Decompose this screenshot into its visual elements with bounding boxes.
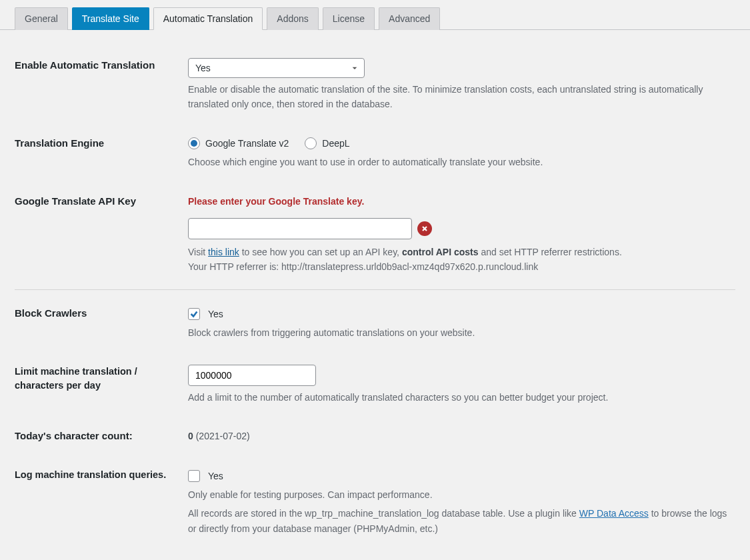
referrer-value: http://translatepress.urld0b9acl-xmz4qd9… bbox=[281, 261, 538, 272]
radio-deepl-input[interactable] bbox=[305, 137, 317, 149]
radio-google[interactable]: Google Translate v2 bbox=[188, 136, 289, 151]
today-date: (2021-07-02) bbox=[193, 431, 250, 441]
block-label: Block Crawlers bbox=[15, 306, 188, 321]
tabs-nav: General Translate Site Automatic Transla… bbox=[0, 0, 750, 30]
today-label: Today's character count: bbox=[15, 429, 188, 444]
radio-deepl-label: DeepL bbox=[322, 136, 349, 151]
wp-data-access-link[interactable]: WP Data Access bbox=[579, 508, 649, 519]
today-count: 0 bbox=[188, 431, 193, 441]
log-queries-checkbox[interactable] bbox=[188, 470, 200, 482]
tab-advanced[interactable]: Advanced bbox=[379, 7, 440, 30]
radio-deepl[interactable]: DeepL bbox=[305, 136, 349, 151]
tab-addons[interactable]: Addons bbox=[267, 7, 318, 30]
tab-license[interactable]: License bbox=[323, 7, 375, 30]
apikey-error: Please enter your Google Translate key. bbox=[188, 194, 735, 209]
enable-select[interactable]: Yes bbox=[188, 58, 365, 78]
apikey-input[interactable] bbox=[188, 218, 412, 239]
radio-google-label: Google Translate v2 bbox=[205, 136, 289, 151]
log-help2: All records are stored in the wp_trp_mac… bbox=[188, 506, 735, 536]
block-help: Block crawlers from triggering automatic… bbox=[188, 325, 735, 340]
radio-google-input[interactable] bbox=[188, 137, 200, 149]
apikey-label: Google Translate API Key bbox=[15, 194, 188, 209]
engine-help: Choose which engine you want to use in o… bbox=[188, 155, 735, 169]
limit-help: Add a limit to the number of automatical… bbox=[188, 390, 735, 405]
enable-label: Enable Automatic Translation bbox=[15, 58, 188, 73]
apikey-help: Visit this link to see how you can set u… bbox=[188, 245, 735, 275]
tab-automatic-translation[interactable]: Automatic Translation bbox=[153, 7, 263, 30]
error-icon bbox=[417, 221, 432, 236]
tab-general[interactable]: General bbox=[15, 7, 68, 30]
tab-translate-site[interactable]: Translate Site bbox=[72, 7, 149, 30]
log-chk-label: Yes bbox=[208, 471, 223, 481]
block-crawlers-chk-label: Yes bbox=[208, 309, 223, 319]
limit-label: Limit machine translation / characters p… bbox=[15, 365, 188, 394]
engine-label: Translation Engine bbox=[15, 136, 188, 151]
log-help1: Only enable for testing purposes. Can im… bbox=[188, 487, 735, 502]
limit-input[interactable] bbox=[188, 365, 316, 386]
enable-help: Enable or disable the automatic translat… bbox=[188, 82, 735, 112]
block-crawlers-checkbox[interactable] bbox=[188, 308, 200, 320]
apikey-link[interactable]: this link bbox=[208, 247, 239, 257]
log-label: Log machine translation queries. bbox=[15, 468, 188, 483]
